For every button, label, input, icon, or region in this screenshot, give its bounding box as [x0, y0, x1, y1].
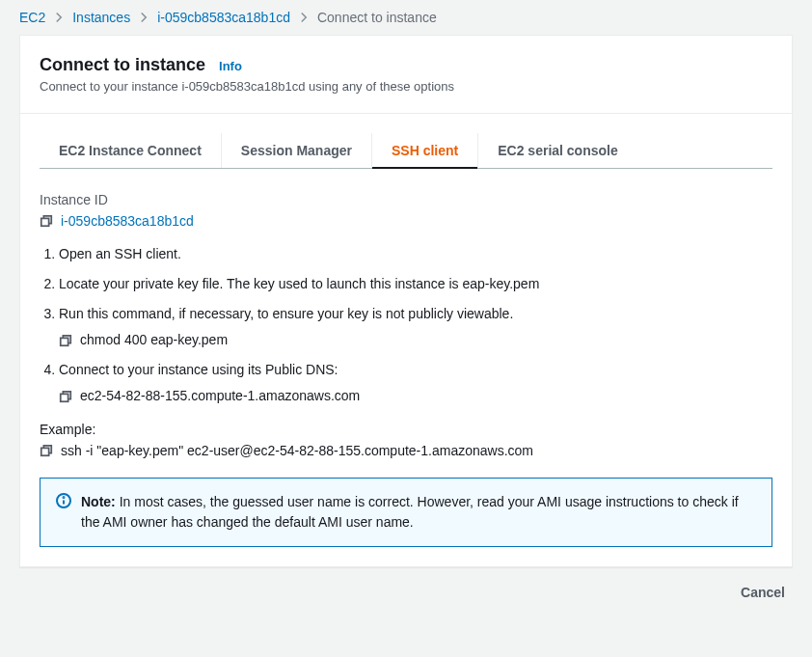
tab-ec2-serial-console[interactable]: EC2 serial console: [478, 133, 637, 168]
step-4: Connect to your instance using its Publi…: [59, 360, 772, 406]
info-icon: [56, 493, 71, 508]
main-panel: Connect to instance Info Connect to your…: [19, 35, 793, 567]
tab-ec2-instance-connect[interactable]: EC2 Instance Connect: [40, 133, 222, 168]
instance-id-value[interactable]: i-059cb8583ca18b1cd: [61, 213, 194, 229]
breadcrumb-current: Connect to instance: [317, 10, 437, 25]
copy-icon[interactable]: [59, 390, 72, 403]
cancel-button[interactable]: Cancel: [741, 585, 785, 600]
chevron-right-icon: [298, 12, 310, 23]
public-dns-value: ec2-54-82-88-155.compute-1.amazonaws.com: [80, 386, 360, 406]
ssh-steps: Open an SSH client. Locate your private …: [40, 244, 772, 406]
panel-header: Connect to instance Info Connect to your…: [20, 36, 792, 114]
info-link[interactable]: Info: [219, 59, 242, 73]
copy-icon[interactable]: [40, 444, 53, 457]
note-text: Note: In most cases, the guessed user na…: [81, 492, 756, 533]
example-command: ssh -i "eap-key.pem" ec2-user@ec2-54-82-…: [61, 443, 533, 458]
breadcrumb-link-instances[interactable]: Instances: [72, 10, 130, 25]
step-3-text: Run this command, if necessary, to ensur…: [59, 306, 513, 321]
page-title: Connect to instance: [40, 55, 205, 75]
chmod-command: chmod 400 eap-key.pem: [80, 330, 228, 350]
tab-bar: EC2 Instance Connect Session Manager SSH…: [40, 133, 772, 169]
svg-rect-2: [61, 394, 68, 401]
instance-id-label: Instance ID: [40, 192, 772, 207]
step-2: Locate your private key file. The key us…: [59, 274, 772, 294]
note-box: Note: In most cases, the guessed user na…: [40, 478, 772, 547]
page-subtitle: Connect to your instance i-059cb8583ca18…: [40, 79, 772, 94]
breadcrumb: EC2 Instances i-059cb8583ca18b1cd Connec…: [0, 0, 812, 35]
note-body: In most cases, the guessed user name is …: [81, 494, 739, 530]
example-label: Example:: [40, 422, 772, 437]
step-4-text: Connect to your instance using its Publi…: [59, 362, 338, 377]
copy-icon[interactable]: [40, 214, 53, 228]
tab-ssh-client[interactable]: SSH client: [372, 133, 478, 168]
tab-session-manager[interactable]: Session Manager: [222, 133, 372, 168]
tab-content-ssh: Instance ID i-059cb8583ca18b1cd Open an …: [40, 169, 772, 547]
svg-rect-1: [61, 338, 68, 345]
svg-point-6: [64, 497, 65, 498]
chevron-right-icon: [138, 12, 149, 23]
panel-content: EC2 Instance Connect Session Manager SSH…: [20, 114, 792, 566]
copy-icon[interactable]: [59, 334, 72, 347]
breadcrumb-link-instance-id[interactable]: i-059cb8583ca18b1cd: [157, 10, 290, 25]
step-1: Open an SSH client.: [59, 244, 772, 264]
breadcrumb-link-ec2[interactable]: EC2: [19, 10, 45, 25]
svg-rect-0: [41, 218, 49, 226]
chevron-right-icon: [53, 12, 65, 23]
step-3: Run this command, if necessary, to ensur…: [59, 304, 772, 350]
footer: Cancel: [0, 567, 812, 617]
svg-rect-3: [41, 448, 49, 455]
note-label: Note:: [81, 494, 116, 509]
